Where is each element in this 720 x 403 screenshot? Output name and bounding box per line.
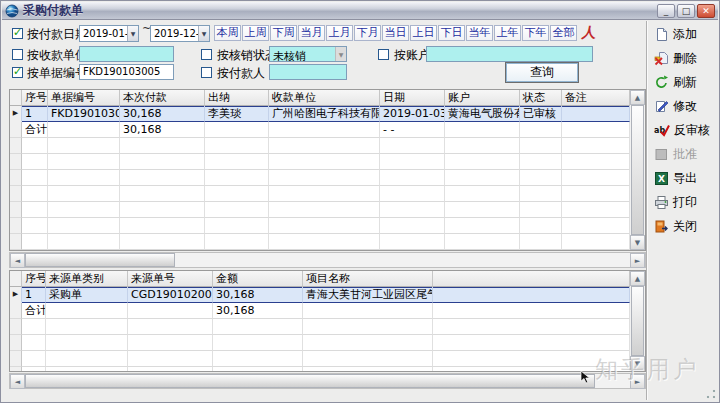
print-button[interactable]: 打印: [650, 193, 719, 211]
red-person-icon[interactable]: 人: [581, 24, 598, 42]
empty-cell: [520, 218, 562, 234]
scroll-track: [175, 253, 630, 267]
payment-hscrollbar[interactable]: ◄ ►: [9, 252, 646, 268]
table-cell[interactable]: 30,168: [213, 287, 303, 303]
column-header[interactable]: 序号: [22, 90, 48, 106]
empty-row: [10, 154, 630, 170]
dropdown-arrow-icon[interactable]: ▼: [198, 26, 209, 41]
empty-cell: [562, 234, 630, 250]
column-header[interactable]: [433, 271, 630, 287]
date-filter-checkbox[interactable]: [12, 28, 23, 39]
maximize-button[interactable]: □: [677, 4, 695, 18]
quick-range-button[interactable]: 当日: [382, 25, 409, 41]
quick-range-button[interactable]: 当月: [298, 25, 325, 41]
table-cell[interactable]: 2019-01-03: [380, 106, 445, 122]
writeoff-status-combo[interactable]: 未核销 ▼: [269, 46, 347, 62]
quick-range-button[interactable]: 上月: [326, 25, 353, 41]
column-header[interactable]: 账户: [445, 90, 520, 106]
table-cell[interactable]: FKD190103005: [48, 106, 120, 122]
column-header[interactable]: 来源单类别: [46, 271, 128, 287]
table-cell[interactable]: 30,168: [120, 106, 205, 122]
quick-range-button[interactable]: 本周: [214, 25, 241, 41]
minimize-button[interactable]: _: [657, 4, 675, 18]
column-header[interactable]: 收款单位: [269, 90, 380, 106]
delete-button[interactable]: 删除: [650, 49, 719, 67]
export-button[interactable]: X 导出: [650, 169, 719, 187]
payer-filter-checkbox[interactable]: [201, 67, 212, 78]
unaudit-button[interactable]: ab 反审核: [650, 121, 719, 139]
quick-range-button[interactable]: 上日: [410, 25, 437, 41]
table-cell[interactable]: 1: [22, 106, 48, 122]
table-cell[interactable]: 李美琰: [205, 106, 269, 122]
docno-filter-checkbox[interactable]: [12, 67, 23, 78]
empty-cell: [22, 138, 48, 154]
column-header[interactable]: 金额: [213, 271, 303, 287]
close-button[interactable]: ✕: [697, 4, 715, 18]
payment-vscrollbar[interactable]: ▲ ▼: [630, 90, 645, 250]
scroll-down-icon[interactable]: ▼: [630, 235, 645, 250]
source-hscrollbar[interactable]: ◄ ►: [9, 373, 646, 389]
window-title: 采购付款单: [23, 2, 83, 19]
column-header[interactable]: 序号: [22, 271, 46, 287]
scroll-up-icon[interactable]: ▲: [630, 90, 645, 105]
payer-input[interactable]: [269, 64, 347, 80]
column-header[interactable]: 备注: [562, 90, 630, 106]
edit-button[interactable]: 修改: [650, 97, 719, 115]
query-button[interactable]: 查询: [506, 63, 578, 82]
quick-range-button[interactable]: 下年: [522, 25, 549, 41]
writeoff-filter-checkbox[interactable]: [201, 49, 212, 60]
vscroll-thumb[interactable]: [631, 286, 644, 356]
resize-grip-icon[interactable]: [706, 389, 716, 399]
quick-range-button[interactable]: 全部: [550, 25, 577, 41]
scroll-right-icon[interactable]: ►: [630, 253, 645, 268]
quick-range-button[interactable]: 下月: [354, 25, 381, 41]
column-header[interactable]: 状态: [520, 90, 562, 106]
date-from-combo[interactable]: 2019-01-01 ▼: [79, 25, 139, 42]
refresh-button[interactable]: 刷新: [650, 73, 719, 91]
column-header[interactable]: 单据编号: [48, 90, 120, 106]
table-cell[interactable]: CGD190102002: [128, 287, 213, 303]
quick-range-button[interactable]: 上年: [494, 25, 521, 41]
payee-input[interactable]: [79, 46, 174, 62]
quick-range-button[interactable]: 下周: [270, 25, 297, 41]
refresh-icon: [654, 75, 669, 90]
close-form-button[interactable]: 关闭: [650, 217, 719, 235]
column-header[interactable]: 出纳: [205, 90, 269, 106]
column-header[interactable]: 项目名称: [303, 271, 433, 287]
table-cell[interactable]: 青海大美甘河工业园区尾气综: [303, 287, 433, 303]
docno-input[interactable]: FKD190103005: [79, 64, 174, 80]
table-cell[interactable]: [433, 287, 630, 303]
table-cell[interactable]: 黄海电气股份有限: [445, 106, 520, 122]
account-input[interactable]: [426, 46, 593, 62]
column-header[interactable]: 日期: [380, 90, 445, 106]
vscroll-thumb[interactable]: [631, 105, 644, 235]
table-row[interactable]: ▶1FKD19010300530,168李美琰广州哈图电子科技有限公司2019-…: [10, 106, 630, 122]
table-cell[interactable]: 1: [22, 287, 46, 303]
table-cell[interactable]: 已审核: [520, 106, 562, 122]
quick-range-button[interactable]: 上周: [242, 25, 269, 41]
hscroll-thumb[interactable]: [25, 253, 175, 267]
quick-range-button[interactable]: 当年: [466, 25, 493, 41]
approve-button[interactable]: 批准: [650, 145, 719, 163]
column-header[interactable]: 本次付款: [120, 90, 205, 106]
table-row[interactable]: ▶1采购单CGD19010200230,168青海大美甘河工业园区尾气综: [10, 287, 630, 303]
account-filter-checkbox[interactable]: [378, 49, 389, 60]
empty-cell: [128, 319, 213, 335]
scroll-left-icon[interactable]: ◄: [10, 374, 25, 389]
scroll-left-icon[interactable]: ◄: [10, 253, 25, 268]
app-globe-icon: [5, 4, 19, 18]
date-to-combo[interactable]: 2019-12-31 ▼: [150, 25, 210, 42]
total-cell: 合计: [22, 303, 46, 319]
dropdown-arrow-icon[interactable]: ▼: [127, 26, 138, 41]
table-cell[interactable]: 广州哈图电子科技有限公司: [269, 106, 380, 122]
payee-filter-checkbox[interactable]: [12, 49, 23, 60]
quick-range-button[interactable]: 下日: [438, 25, 465, 41]
table-cell[interactable]: 采购单: [46, 287, 128, 303]
table-cell[interactable]: [562, 106, 630, 122]
scroll-up-icon[interactable]: ▲: [630, 271, 645, 286]
hscroll-thumb[interactable]: [25, 374, 595, 388]
dropdown-arrow-icon[interactable]: ▼: [335, 47, 346, 61]
add-button[interactable]: 添加: [650, 25, 719, 43]
column-header[interactable]: 来源单号: [128, 271, 213, 287]
empty-cell: [213, 319, 303, 335]
